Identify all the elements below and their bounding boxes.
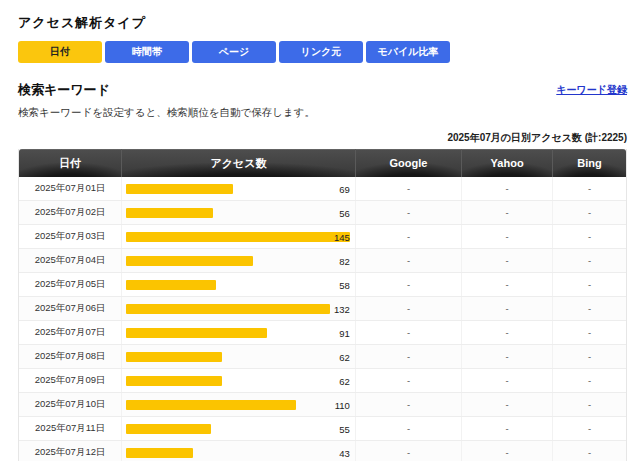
access-bar (126, 256, 252, 266)
access-bar-track (126, 256, 350, 266)
yahoo-rank-cell: - (462, 201, 553, 224)
access-bar-track (126, 328, 350, 338)
google-rank-cell: - (356, 393, 462, 416)
google-rank-cell: - (356, 273, 462, 296)
access-bar-track (126, 376, 350, 386)
header-bing: Bing (553, 149, 626, 177)
access-count-cell: 55 (122, 417, 356, 440)
access-count-value: 62 (339, 351, 350, 362)
table-body: 2025年07月01日 69 - - - 2025年07月02日 56 - - … (19, 177, 626, 461)
header-date: 日付 (19, 149, 122, 177)
yahoo-rank-cell: - (462, 369, 553, 392)
yahoo-rank-cell: - (462, 297, 553, 320)
access-count-cell: 43 (122, 441, 356, 461)
table-row: 2025年07月05日 58 - - - (19, 273, 626, 297)
yahoo-rank-cell: - (462, 393, 553, 416)
keyword-register-link[interactable]: キーワード登録 (556, 83, 627, 97)
yahoo-rank-cell: - (462, 441, 553, 461)
access-count-cell: 132 (122, 297, 356, 320)
google-rank-cell: - (356, 249, 462, 272)
google-rank-cell: - (356, 441, 462, 461)
google-rank-cell: - (356, 177, 462, 200)
page: アクセス解析タイプ 日付 時間帯 ページ リンク元 モバイル比率 検索キーワード… (0, 0, 640, 461)
tab-page[interactable]: ページ (192, 41, 276, 63)
google-rank-cell: - (356, 201, 462, 224)
table-row: 2025年07月02日 56 - - - (19, 201, 626, 225)
access-bar-track (126, 280, 350, 290)
table-row: 2025年07月09日 62 - - - (19, 369, 626, 393)
daily-access-table: 日付 アクセス数 Google Yahoo Bing 2025年07月01日 6… (18, 149, 627, 461)
access-bar (126, 208, 212, 218)
table-row: 2025年07月11日 55 - - - (19, 417, 626, 441)
google-rank-cell: - (356, 369, 462, 392)
table-row: 2025年07月06日 132 - - - (19, 297, 626, 321)
table-row: 2025年07月12日 43 - - - (19, 441, 626, 461)
yahoo-rank-cell: - (462, 345, 553, 368)
access-count-cell: 69 (122, 177, 356, 200)
access-bar (126, 448, 192, 458)
access-count-cell: 110 (122, 393, 356, 416)
bing-rank-cell: - (553, 225, 626, 248)
access-bar (126, 328, 266, 338)
date-cell: 2025年07月12日 (19, 441, 122, 461)
access-count-cell: 58 (122, 273, 356, 296)
access-bar (126, 376, 222, 386)
table-row: 2025年07月08日 62 - - - (19, 345, 626, 369)
tab-mobile-ratio[interactable]: モバイル比率 (366, 41, 450, 63)
yahoo-rank-cell: - (462, 225, 553, 248)
tab-link-source[interactable]: リンク元 (279, 41, 363, 63)
access-count-cell: 62 (122, 345, 356, 368)
table-row: 2025年07月07日 91 - - - (19, 321, 626, 345)
access-count-value: 56 (339, 207, 350, 218)
table-row: 2025年07月03日 145 - - - (19, 225, 626, 249)
access-count-value: 69 (339, 183, 350, 194)
date-cell: 2025年07月05日 (19, 273, 122, 296)
yahoo-rank-cell: - (462, 249, 553, 272)
bing-rank-cell: - (553, 417, 626, 440)
access-bar-track (126, 448, 350, 458)
bing-rank-cell: - (553, 273, 626, 296)
access-count-value: 62 (339, 375, 350, 386)
table-header-row: 日付 アクセス数 Google Yahoo Bing (19, 149, 626, 177)
table-caption: 2025年07月の日別アクセス数 (計:2225) (18, 131, 627, 145)
access-count-cell: 82 (122, 249, 356, 272)
access-count-cell: 62 (122, 369, 356, 392)
access-bar-track (126, 304, 350, 314)
date-cell: 2025年07月03日 (19, 225, 122, 248)
access-count-cell: 56 (122, 201, 356, 224)
bing-rank-cell: - (553, 345, 626, 368)
access-count-cell: 145 (122, 225, 356, 248)
date-cell: 2025年07月08日 (19, 345, 122, 368)
access-bar-track (126, 184, 350, 194)
bing-rank-cell: - (553, 297, 626, 320)
bing-rank-cell: - (553, 177, 626, 200)
tab-date[interactable]: 日付 (18, 41, 102, 63)
yahoo-rank-cell: - (462, 177, 553, 200)
bing-rank-cell: - (553, 369, 626, 392)
date-cell: 2025年07月07日 (19, 321, 122, 344)
date-cell: 2025年07月01日 (19, 177, 122, 200)
table-row: 2025年07月04日 82 - - - (19, 249, 626, 273)
access-bar-track (126, 352, 350, 362)
date-cell: 2025年07月10日 (19, 393, 122, 416)
table-row: 2025年07月01日 69 - - - (19, 177, 626, 201)
tab-time-period[interactable]: 時間帯 (105, 41, 189, 63)
access-bar-track (126, 208, 350, 218)
date-cell: 2025年07月06日 (19, 297, 122, 320)
access-bar-track (126, 424, 350, 434)
access-count-value: 58 (339, 279, 350, 290)
access-bar (126, 352, 222, 362)
header-yahoo: Yahoo (462, 149, 553, 177)
yahoo-rank-cell: - (462, 417, 553, 440)
search-keyword-section-header: 検索キーワード キーワード登録 (18, 81, 627, 99)
access-count-value: 55 (339, 423, 350, 434)
date-cell: 2025年07月02日 (19, 201, 122, 224)
yahoo-rank-cell: - (462, 273, 553, 296)
access-bar (126, 400, 296, 410)
access-bar (126, 184, 232, 194)
access-count-value: 43 (339, 447, 350, 458)
bing-rank-cell: - (553, 393, 626, 416)
access-bar-track (126, 400, 350, 410)
access-count-value: 82 (339, 255, 350, 266)
google-rank-cell: - (356, 225, 462, 248)
